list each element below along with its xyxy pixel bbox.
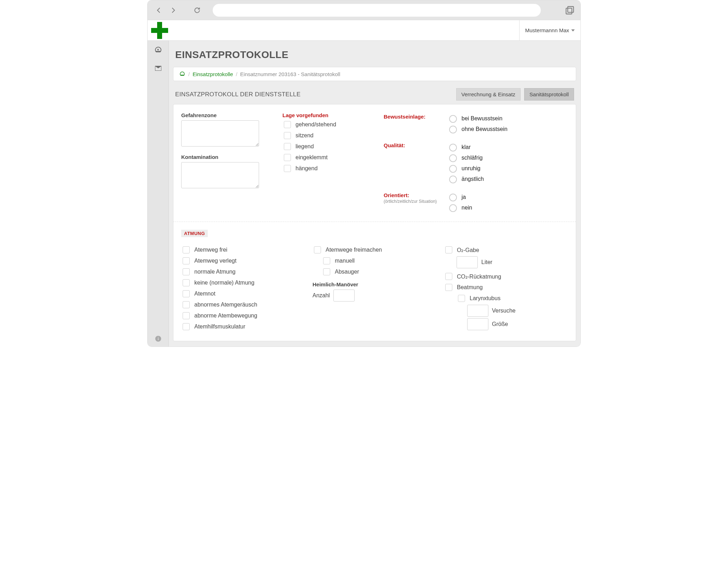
lage-gehend[interactable]: gehend/stehend bbox=[282, 120, 374, 129]
tab-sanitary[interactable]: Sanitätsprotokoll bbox=[524, 88, 574, 101]
beatmung[interactable]: Beatmung bbox=[444, 283, 568, 292]
bewusstsein-bei[interactable]: bei Bewusstsein bbox=[447, 114, 568, 123]
info-icon[interactable] bbox=[155, 335, 162, 342]
freimachen-absauger[interactable]: Absauger bbox=[322, 267, 437, 276]
chevron-down-icon bbox=[571, 29, 575, 32]
lage-sitzend[interactable]: sitzend bbox=[282, 131, 374, 140]
app-header: Mustermannn Max bbox=[148, 20, 580, 41]
tab-billing[interactable]: Verrechnung & Einsatz bbox=[456, 88, 521, 101]
liter-label: Liter bbox=[481, 259, 492, 265]
versuche-label: Versuche bbox=[492, 308, 516, 314]
freimachen-manuell[interactable]: manuell bbox=[322, 256, 437, 265]
atemhilfsmuskulatur[interactable]: Atemhilfsmuskulatur bbox=[181, 322, 305, 331]
svg-rect-3 bbox=[158, 338, 159, 340]
lage-liegend[interactable]: liegend bbox=[282, 142, 374, 151]
keine-normale-atmung[interactable]: keine (normale) Atmung bbox=[181, 278, 305, 287]
orientiert-label: Orientiert: (örtlich/zeitlich/zur Situat… bbox=[384, 191, 447, 204]
logo-icon bbox=[151, 22, 168, 39]
dashboard-icon[interactable] bbox=[154, 46, 162, 54]
anzahl-label: Anzahl bbox=[313, 292, 330, 299]
qualitaet-aengstlich[interactable]: ängstlich bbox=[447, 174, 568, 183]
breadcrumb-link[interactable]: Einsatzprotokolle bbox=[193, 71, 233, 77]
lage-label: Lage vorgefunden bbox=[282, 112, 374, 118]
o2-gabe[interactable]: O₂-Gabe bbox=[444, 245, 568, 254]
atmung-tag: ATMUNG bbox=[181, 230, 208, 237]
groesse-label: Größe bbox=[492, 321, 508, 327]
bewusstsein-ohne[interactable]: ohne Bewusstsein bbox=[447, 125, 568, 133]
svg-rect-1 bbox=[566, 8, 572, 14]
form-panel: Gefahrenzone Kontamination Lage vorgefun… bbox=[173, 104, 576, 341]
co2-rueckatmung[interactable]: CO₂-Rückatmung bbox=[444, 272, 568, 281]
browser-toolbar bbox=[148, 0, 580, 20]
larynx-versuche-input[interactable] bbox=[467, 305, 488, 317]
user-name: Mustermannn Max bbox=[525, 27, 569, 33]
kontamination-textarea[interactable] bbox=[181, 162, 259, 188]
gefahrenzone-textarea[interactable] bbox=[181, 120, 259, 147]
atemweg-verlegt[interactable]: Atemweg verlegt bbox=[181, 256, 305, 265]
breadcrumb: / Einsatzprotokolle / Einsatznummer 2031… bbox=[173, 67, 576, 81]
normale-atmung[interactable]: normale Atmung bbox=[181, 267, 305, 276]
back-button[interactable] bbox=[153, 5, 165, 16]
qualitaet-label: Qualität: bbox=[384, 141, 447, 148]
tabs-icon[interactable] bbox=[565, 5, 575, 15]
lage-eingeklemmt[interactable]: eingeklemmt bbox=[282, 153, 374, 162]
forward-button[interactable] bbox=[167, 5, 179, 16]
bewusstsein-label: Bewustseinlage: bbox=[384, 112, 447, 120]
o2-liter-input[interactable] bbox=[457, 256, 478, 268]
abnorme-bewegung[interactable]: abnorme Atembewegung bbox=[181, 311, 305, 320]
mail-icon[interactable] bbox=[154, 64, 162, 73]
lage-haengend[interactable]: hängend bbox=[282, 164, 374, 173]
heimlich-anzahl-input[interactable] bbox=[333, 290, 355, 302]
qualitaet-unruhig[interactable]: unruhig bbox=[447, 164, 568, 173]
heimlich-label: Heimlich-Manöver bbox=[313, 281, 437, 287]
main-content: EINSATZPROTOKOLLE / Einsatzprotokolle / … bbox=[169, 41, 580, 347]
orientiert-ja[interactable]: ja bbox=[447, 193, 568, 201]
svg-rect-0 bbox=[568, 6, 573, 12]
atemweg-frei[interactable]: Atemweg frei bbox=[181, 245, 305, 254]
abnormes-geraeusch[interactable]: abnormes Atemgeräusch bbox=[181, 300, 305, 309]
qualitaet-schlaefrig[interactable]: schläfrig bbox=[447, 153, 568, 162]
section-title: EINSATZPROTOKOLL DER DIENSTSTELLE bbox=[175, 91, 453, 98]
breadcrumb-home-icon[interactable] bbox=[179, 71, 185, 77]
reload-button[interactable] bbox=[191, 5, 203, 16]
breadcrumb-current: Einsatznummer 203163 - Sanitätsprotokoll bbox=[240, 71, 340, 77]
atemnot[interactable]: Atemnot bbox=[181, 289, 305, 298]
larynxtubus[interactable]: Larynxtubus bbox=[457, 294, 568, 303]
atemwege-freimachen[interactable]: Atemwege freimachen bbox=[313, 245, 437, 254]
svg-rect-4 bbox=[158, 337, 159, 338]
kontamination-label: Kontamination bbox=[181, 154, 273, 160]
gefahrenzone-label: Gefahrenzone bbox=[181, 112, 273, 118]
page-title: EINSATZPROTOKOLLE bbox=[175, 49, 580, 61]
qualitaet-klar[interactable]: klar bbox=[447, 143, 568, 151]
larynx-groesse-input[interactable] bbox=[467, 318, 488, 330]
orientiert-nein[interactable]: nein bbox=[447, 203, 568, 212]
sidebar bbox=[148, 41, 169, 347]
url-bar[interactable] bbox=[213, 4, 541, 17]
user-menu[interactable]: Mustermannn Max bbox=[519, 20, 580, 40]
